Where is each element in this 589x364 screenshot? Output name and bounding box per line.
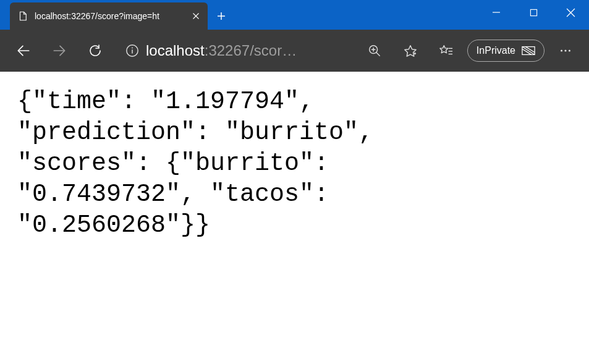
svg-rect-5 bbox=[530, 9, 536, 15]
inprivate-badge[interactable]: InPrivate bbox=[467, 40, 545, 62]
svg-marker-20 bbox=[440, 46, 448, 53]
close-tab-icon[interactable] bbox=[192, 12, 200, 20]
url-text: localhost:32267/scor… bbox=[146, 42, 297, 59]
title-bar: localhost:32267/score?image=ht bbox=[0, 0, 589, 30]
favorites-list-icon[interactable] bbox=[431, 36, 461, 66]
window-controls bbox=[478, 0, 589, 25]
svg-marker-17 bbox=[405, 46, 416, 56]
site-info-icon[interactable] bbox=[121, 40, 143, 62]
browser-tab[interactable]: localhost:32267/score?image=ht bbox=[10, 2, 208, 30]
url-path: :32267/scor… bbox=[205, 42, 297, 59]
close-window-button[interactable] bbox=[552, 0, 589, 25]
inprivate-label: InPrivate bbox=[477, 45, 515, 56]
svg-line-14 bbox=[376, 53, 380, 56]
svg-line-25 bbox=[522, 47, 535, 55]
svg-point-30 bbox=[569, 49, 570, 51]
address-bar[interactable]: localhost:32267/scor… bbox=[121, 40, 297, 62]
maximize-button[interactable] bbox=[515, 0, 552, 25]
url-host: localhost bbox=[146, 42, 205, 59]
menu-button[interactable] bbox=[551, 36, 580, 66]
back-button[interactable] bbox=[9, 36, 38, 66]
new-tab-button[interactable] bbox=[208, 2, 235, 30]
minimize-button[interactable] bbox=[478, 0, 515, 25]
svg-point-29 bbox=[564, 49, 566, 51]
svg-point-12 bbox=[132, 48, 133, 49]
favorite-icon[interactable] bbox=[396, 36, 425, 66]
inprivate-icon bbox=[522, 46, 535, 56]
refresh-button[interactable] bbox=[80, 36, 110, 66]
forward-button[interactable] bbox=[44, 36, 74, 66]
toolbar: localhost:32267/scor… InPrivate bbox=[0, 30, 589, 72]
page-content: {"time": "1.197794", "prediction": "burr… bbox=[0, 72, 464, 256]
svg-point-28 bbox=[561, 49, 562, 51]
page-icon bbox=[17, 11, 28, 22]
tab-title: localhost:32267/score?image=ht bbox=[35, 11, 185, 21]
zoom-icon[interactable] bbox=[360, 36, 389, 66]
